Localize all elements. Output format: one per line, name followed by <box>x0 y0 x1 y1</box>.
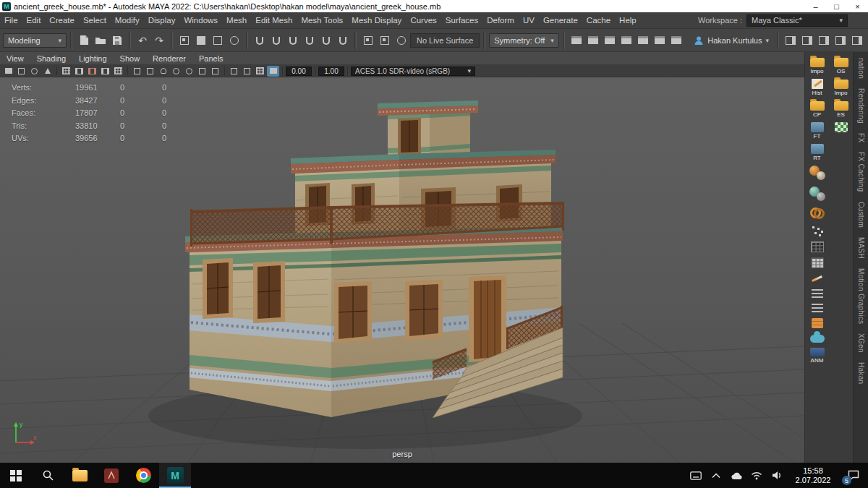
shelf-cloud-button[interactable] <box>805 332 829 343</box>
shelf-stack-button[interactable] <box>805 317 829 330</box>
snap-to-points-icon[interactable] <box>285 32 301 49</box>
camera-attributes-icon[interactable] <box>28 66 41 77</box>
panel-menu-renderer[interactable]: Renderer <box>146 54 192 63</box>
make-live-icon[interactable] <box>335 32 351 49</box>
screen-space-ao-icon[interactable] <box>183 66 195 77</box>
render-settings-icon[interactable] <box>635 32 651 49</box>
menu-edit-mesh[interactable]: Edit Mesh <box>251 12 297 29</box>
panel-menu-shading[interactable]: Shading <box>30 54 72 63</box>
shelf-list-button[interactable] <box>805 288 829 300</box>
textured-display-icon[interactable] <box>267 66 279 77</box>
multisample-icon[interactable] <box>209 66 221 77</box>
light-editor-icon[interactable] <box>668 32 684 49</box>
safe-action-icon[interactable] <box>131 66 143 77</box>
motion-blur-icon[interactable] <box>196 66 208 77</box>
undo-icon[interactable]: ↶ <box>135 32 150 49</box>
menu-mesh-display[interactable]: Mesh Display <box>347 12 406 29</box>
shelf-spheres-button[interactable] <box>805 163 829 182</box>
start-button[interactable] <box>0 463 32 488</box>
shadows-icon[interactable] <box>170 66 182 77</box>
shelf-import2-button[interactable]: Impo <box>829 77 853 96</box>
shelf-es-button[interactable]: ES <box>829 98 853 118</box>
hik-toggle-icon[interactable] <box>799 32 815 49</box>
shelf-anm-button[interactable]: ANM <box>805 346 829 364</box>
shelf-rings-button[interactable] <box>805 205 829 221</box>
render-current-frame-icon[interactable] <box>585 32 601 49</box>
attribute-editor-toggle-icon[interactable] <box>816 32 832 49</box>
gate-mask-icon[interactable] <box>99 66 111 77</box>
menu-mesh[interactable]: Mesh <box>222 12 251 29</box>
workspace-selector[interactable]: Maya Classic* ▾ <box>746 14 848 27</box>
menu-mesh-tools[interactable]: Mesh Tools <box>297 12 347 29</box>
render-sequence-icon[interactable] <box>618 32 634 49</box>
panel-menu-lighting[interactable]: Lighting <box>72 54 114 63</box>
default-lighting-icon[interactable] <box>157 66 169 77</box>
shelf-pen-button[interactable] <box>805 272 829 286</box>
construction-history-icon[interactable] <box>393 32 409 49</box>
shelf-tab-hakan[interactable]: Hakan <box>857 362 865 384</box>
shelf-tab-rendering[interactable]: Rendering <box>857 88 865 124</box>
user-account-button[interactable]: Hakan Kurtulus ▾ <box>689 35 773 46</box>
live-surface-field[interactable]: No Live Surface <box>410 33 480 48</box>
chrome-button[interactable] <box>127 463 159 488</box>
shelf-table-button[interactable] <box>805 256 829 270</box>
highlight-selection-icon[interactable] <box>226 32 242 49</box>
volume-tray-button[interactable] <box>767 463 787 488</box>
shelf-tab-motion-graphics[interactable]: Motion Graphics <box>857 268 865 324</box>
taskbar-search-button[interactable] <box>32 463 64 488</box>
menu-cache[interactable]: Cache <box>582 12 615 29</box>
output-connections-icon[interactable] <box>377 32 393 49</box>
xray-icon[interactable] <box>241 66 253 77</box>
menu-file[interactable]: File <box>0 12 22 29</box>
shelf-tab-animation[interactable]: nation <box>857 58 865 79</box>
shelf-tab-fx[interactable]: FX <box>857 133 865 142</box>
panel-menu-view[interactable]: View <box>0 54 30 63</box>
film-gate-icon[interactable] <box>73 66 85 77</box>
shelf-os-button[interactable]: OS <box>829 55 853 74</box>
lock-camera-icon[interactable] <box>15 66 27 77</box>
maya-taskbar-button[interactable]: M <box>159 463 191 488</box>
isolate-select-icon[interactable] <box>228 66 240 77</box>
app-button-red[interactable] <box>95 463 127 488</box>
menu-help[interactable]: Help <box>615 12 641 29</box>
menu-deform[interactable]: Deform <box>482 12 519 29</box>
shelf-cp-button[interactable]: CP <box>805 98 829 118</box>
safe-title-icon[interactable] <box>144 66 156 77</box>
snap-to-projected-center-icon[interactable] <box>302 32 318 49</box>
menu-uv[interactable]: UV <box>519 12 539 29</box>
modeling-toolkit-toggle-icon[interactable] <box>783 32 799 49</box>
panel-menu-panels[interactable]: Panels <box>192 54 230 63</box>
hypershade-icon[interactable] <box>652 32 668 49</box>
shelf-spheres-teal-button[interactable] <box>805 184 829 203</box>
snap-to-curves-icon[interactable] <box>268 32 284 49</box>
input-connections-icon[interactable] <box>360 32 376 49</box>
channel-box-toggle-icon[interactable] <box>849 32 865 49</box>
redo-icon[interactable]: ↷ <box>151 32 167 49</box>
minimize-button[interactable]: – <box>805 0 826 12</box>
field-chart-icon[interactable] <box>112 66 124 77</box>
menu-generate[interactable]: Generate <box>539 12 582 29</box>
menu-surfaces[interactable]: Surfaces <box>441 12 482 29</box>
menu-select[interactable]: Select <box>79 12 111 29</box>
shelf-tab-custom[interactable]: Custom <box>857 202 865 228</box>
snap-to-grids-icon[interactable] <box>252 32 268 49</box>
exposure-field[interactable]: 0.00 <box>286 67 312 76</box>
menu-modify[interactable]: Modify <box>111 12 144 29</box>
perspective-viewport[interactable]: Verts:1996100 Edges:3842700 Faces:178070… <box>0 77 804 463</box>
shelf-uv-checker-button[interactable] <box>829 120 853 140</box>
menu-display[interactable]: Display <box>144 12 180 29</box>
open-scene-icon[interactable] <box>93 32 109 49</box>
save-scene-icon[interactable] <box>109 32 125 49</box>
symmetry-selector[interactable]: Symmetry: Off ▾ <box>489 33 559 48</box>
action-center-button[interactable]: 5 <box>839 463 868 488</box>
select-component-icon[interactable] <box>210 32 226 49</box>
menu-create[interactable]: Create <box>45 12 79 29</box>
render-view-icon[interactable] <box>569 32 584 49</box>
grid-toggle-icon[interactable] <box>60 66 72 77</box>
shelf-list2-button[interactable] <box>805 302 829 314</box>
bookmark-icon[interactable] <box>41 66 54 77</box>
taskbar-clock[interactable]: 15:58 2.07.2022 <box>787 463 839 488</box>
shelf-scatter-button[interactable] <box>805 223 829 238</box>
shelf-rt-button[interactable]: RT <box>805 142 829 161</box>
onedrive-tray-button[interactable] <box>726 463 746 488</box>
